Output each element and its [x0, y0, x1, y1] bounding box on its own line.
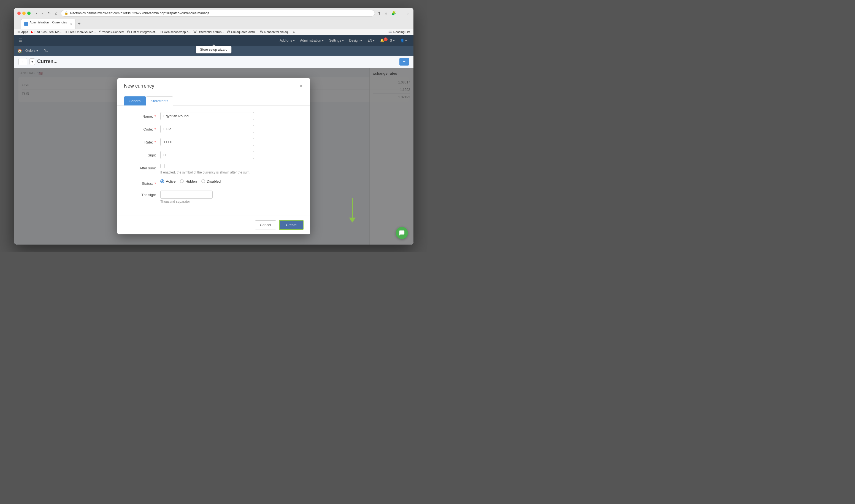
- ths-sign-hint: Thousand separator.: [160, 200, 213, 203]
- extensions-button[interactable]: 🧩: [391, 11, 396, 16]
- code-input[interactable]: [160, 125, 254, 133]
- modal-close-button[interactable]: ×: [298, 83, 304, 89]
- active-tab[interactable]: Administration :: Currencies - ×: [21, 19, 76, 29]
- bookmark-webschool-label: web.schoolxapp.c...: [164, 30, 191, 34]
- address-bar[interactable]: 🔒 electronics.demos.mv.cs-cart.com/b1df3…: [61, 10, 375, 17]
- back-nav-button[interactable]: ←: [18, 58, 27, 65]
- bookmark-noncentral[interactable]: W Noncentral chi-sq...: [260, 30, 290, 34]
- form-row-after-sum: After sum: If enabled, the symbol of the…: [128, 164, 299, 174]
- bookmark-chi-label: Chi-squared distri...: [231, 30, 257, 34]
- chat-icon: [399, 230, 405, 236]
- form-row-name: Name: *: [128, 112, 299, 120]
- bookmark-webschool[interactable]: ⊙ web.schoolxapp.c...: [160, 30, 191, 34]
- after-sum-checkbox[interactable]: [160, 164, 165, 168]
- status-hidden-option[interactable]: Hidden: [180, 179, 197, 183]
- radio-hidden[interactable]: [180, 179, 184, 183]
- bookmark-free-open[interactable]: ⊙ Free Open-Source...: [65, 30, 96, 34]
- nav-language[interactable]: EN ▾: [365, 39, 377, 42]
- nav-products[interactable]: P...: [41, 46, 50, 56]
- bookmark-differential[interactable]: W Differential entrop...: [193, 30, 224, 34]
- code-label: Code: *: [128, 125, 156, 131]
- tab-storefronts[interactable]: Storefronts: [146, 96, 173, 106]
- bookmark-integrals[interactable]: W List of integrals of...: [127, 30, 158, 34]
- ths-sign-field: Thousand separator.: [160, 191, 213, 203]
- noncentral-icon: W: [260, 30, 263, 34]
- bookmark-more[interactable]: »: [293, 30, 295, 34]
- close-window-button[interactable]: [17, 12, 21, 15]
- new-tab-button[interactable]: +: [76, 20, 83, 27]
- required-star-rate: *: [155, 140, 156, 144]
- cancel-button[interactable]: Cancel: [255, 220, 276, 230]
- nav-store[interactable]: S ▾: [388, 39, 397, 42]
- modal-overlay: New currency × General Storefronts: [14, 68, 413, 245]
- bookmark-apps[interactable]: ⊞ Apps: [17, 30, 28, 34]
- minimize-window-button[interactable]: [22, 12, 25, 15]
- expand-button[interactable]: ⌄: [406, 11, 410, 16]
- bookmarks-bar: ⊞ Apps ▶ Bad Kids Steal Mc... ⊙ Free Ope…: [14, 29, 413, 35]
- modal-header: New currency ×: [117, 78, 310, 93]
- wizard-tooltip[interactable]: Store setup wizard: [196, 46, 231, 53]
- page-title: Curren...: [37, 59, 57, 65]
- required-star-status: *: [155, 181, 156, 186]
- nav-notifications[interactable]: 🔔 1: [378, 39, 387, 42]
- diff-icon: W: [193, 30, 196, 34]
- maximize-window-button[interactable]: [27, 12, 31, 15]
- tabs-bar: Administration :: Currencies - × +: [17, 19, 410, 29]
- bookmark-yandex-label: Yandex.Connect: [102, 30, 124, 34]
- chat-bubble-button[interactable]: [396, 227, 408, 239]
- home-nav-button[interactable]: 🏠: [17, 49, 22, 53]
- radio-disabled[interactable]: [201, 179, 205, 183]
- nav-design[interactable]: Design ▾: [347, 39, 364, 42]
- reload-button[interactable]: ↻: [46, 11, 52, 16]
- nav-orders[interactable]: Orders ▾: [23, 46, 40, 56]
- back-button[interactable]: ‹: [35, 11, 39, 16]
- form-row-rate: Rate: *: [128, 138, 299, 146]
- rate-input[interactable]: [160, 138, 254, 146]
- name-label: Name: *: [128, 112, 156, 119]
- form-row-status: Status: * Active Hidden: [128, 179, 299, 186]
- bookmark-integrals-label: List of integrals of...: [131, 30, 157, 34]
- status-active-option[interactable]: Active: [160, 179, 176, 183]
- status-disabled-option[interactable]: Disabled: [201, 179, 221, 183]
- share-button[interactable]: ⬆: [377, 11, 381, 16]
- nav-addons[interactable]: Add-ons ▾: [278, 39, 297, 42]
- radio-active[interactable]: [160, 179, 164, 183]
- after-sum-hint: If enabled, the symbol of the currency i…: [160, 170, 250, 174]
- bookmark-bad-kids-label: Bad Kids Steal Mc...: [34, 30, 62, 34]
- bookmark-yandex[interactable]: Y Yandex.Connect: [99, 30, 124, 34]
- browser-actions: ⬆ ☆ 🧩 ⋮ ⌄: [377, 11, 410, 16]
- tab-close-button[interactable]: ×: [71, 22, 72, 25]
- nav-settings[interactable]: Settings ▾: [327, 39, 346, 42]
- arrow-indicator: [349, 198, 356, 222]
- ths-sign-input[interactable]: [160, 191, 213, 199]
- nav-administration[interactable]: Administration ▾: [298, 39, 326, 42]
- tab-general[interactable]: General: [124, 96, 146, 106]
- name-input[interactable]: [160, 112, 254, 120]
- sign-label: Sign:: [128, 151, 156, 157]
- create-button[interactable]: Create: [279, 220, 304, 230]
- after-sum-label: After sum:: [128, 164, 156, 170]
- reading-list-label: Reading List: [393, 30, 410, 34]
- bookmark-button[interactable]: ☆: [384, 11, 388, 16]
- menu-button[interactable]: ⋮: [398, 11, 404, 16]
- webschool-icon: ⊙: [160, 30, 163, 34]
- add-currency-button[interactable]: +: [399, 58, 409, 66]
- yandex-icon: Y: [99, 30, 101, 34]
- forward-button[interactable]: ›: [41, 11, 44, 16]
- required-star-code: *: [155, 127, 156, 131]
- bookmark-bad-kids[interactable]: ▶ Bad Kids Steal Mc...: [31, 30, 62, 34]
- nav-user[interactable]: 👤 ▾: [398, 39, 409, 42]
- video-icon: ▶: [31, 30, 33, 34]
- bookmark-chi[interactable]: W Chi-squared distri...: [227, 30, 257, 34]
- sidebar-toggle-icon[interactable]: ☰: [18, 38, 22, 43]
- chi-icon: W: [227, 30, 230, 34]
- reading-list-button[interactable]: 📖 Reading List: [388, 30, 410, 34]
- sign-input[interactable]: [160, 151, 254, 159]
- lock-icon: 🔒: [65, 11, 68, 15]
- reading-list-icon: 📖: [388, 30, 392, 34]
- dropdown-nav-button[interactable]: ▾: [30, 58, 35, 65]
- form-row-ths-sign: Ths sign: Thousand separator.: [128, 191, 299, 203]
- circle-icon: ⊙: [65, 30, 67, 34]
- modal-body: Name: * Code: *: [117, 106, 310, 215]
- home-button[interactable]: ⌂: [54, 11, 58, 16]
